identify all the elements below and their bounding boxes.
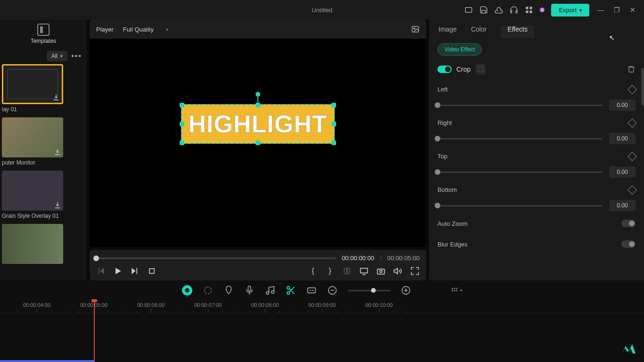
tab-color[interactable]: Color (471, 25, 487, 38)
template-thumb[interactable] (2, 117, 63, 157)
template-caption: lay 01 (2, 104, 85, 115)
quality-select[interactable]: Full Quality (123, 26, 168, 33)
selected-clip-overlay[interactable]: HIGHLIGHT (181, 104, 335, 144)
clip-text: HIGHLIGHT (189, 110, 328, 138)
image-icon[interactable] (411, 25, 420, 33)
record-button[interactable] (182, 285, 192, 296)
resize-handle-br[interactable] (331, 140, 336, 145)
delete-effect-button[interactable] (627, 65, 636, 74)
template-item[interactable] (2, 224, 85, 264)
download-icon[interactable] (52, 93, 60, 101)
slider-left[interactable] (438, 105, 603, 106)
keyframe-button[interactable] (627, 118, 637, 128)
zoom-out-button[interactable] (327, 285, 338, 296)
prev-frame-button[interactable] (96, 266, 106, 276)
save-icon[interactable] (479, 6, 488, 14)
player-viewport[interactable]: HIGHLIGHT (90, 39, 426, 247)
value-right[interactable]: 0.00 (609, 133, 636, 144)
adjust-button[interactable] (203, 285, 213, 296)
ruler-mark: 00:00:10:00 (365, 302, 393, 308)
play-button[interactable] (113, 266, 123, 276)
time-current: 00:00:00:00 (342, 255, 374, 262)
stop-button[interactable] (147, 266, 157, 276)
timeline-scrollbar[interactable] (0, 360, 94, 362)
layout-icon[interactable] (464, 6, 473, 14)
template-thumb[interactable] (2, 64, 63, 104)
cloud-icon[interactable] (495, 6, 503, 14)
close-button[interactable]: ✕ (628, 5, 637, 15)
zoom-in-button[interactable] (401, 285, 411, 296)
resize-handle-mb[interactable] (256, 140, 260, 145)
slider-thumb[interactable] (435, 102, 440, 108)
svg-rect-31 (456, 288, 457, 289)
apps-icon[interactable] (525, 6, 533, 14)
template-thumb[interactable] (2, 171, 63, 211)
crop-preset-button[interactable]: ⛶ (475, 64, 486, 74)
template-item[interactable]: lay 01 (2, 64, 85, 115)
value-top[interactable]: 0.00 (609, 166, 636, 178)
export-button[interactable]: Export (551, 4, 589, 16)
templates-header[interactable]: Templates (0, 20, 87, 48)
resize-handle-mt[interactable] (256, 103, 260, 107)
headphones-icon[interactable] (510, 6, 518, 14)
audio-button[interactable] (265, 285, 275, 296)
template-more-button[interactable]: ••• (71, 52, 82, 60)
resize-handle-tl[interactable] (180, 103, 184, 107)
timeline-view-button[interactable] (451, 287, 462, 294)
template-item[interactable]: puter Monitor (2, 117, 85, 168)
voiceover-button[interactable] (244, 285, 255, 296)
resize-handle-tr[interactable] (331, 103, 336, 107)
crop-label: Crop (456, 66, 471, 73)
seek-thumb[interactable] (93, 255, 99, 261)
seek-slider[interactable] (96, 257, 336, 259)
snapshot-button[interactable] (376, 266, 386, 276)
timeline[interactable]: 00:00:04:00 00:00:05:00 00:00:06:00 00:0… (0, 300, 644, 362)
scrollbar-thumb[interactable] (641, 68, 644, 106)
download-icon[interactable] (54, 148, 61, 156)
resize-handle-ml[interactable] (180, 122, 184, 126)
cut-button[interactable] (286, 285, 296, 296)
crop-toggle[interactable] (438, 66, 452, 73)
keyframe-button[interactable] (627, 185, 637, 195)
auto-zoom-toggle[interactable] (621, 220, 636, 227)
keyframe-button[interactable] (627, 85, 637, 94)
caption-button[interactable] (306, 285, 317, 296)
mark-in-button[interactable]: { (308, 266, 318, 276)
marker-button[interactable] (223, 285, 234, 296)
zoom-slider[interactable] (348, 290, 390, 291)
resize-handle-bl[interactable] (180, 140, 184, 145)
value-bottom[interactable]: 0.00 (609, 200, 636, 211)
resize-handle-mr[interactable] (331, 122, 336, 126)
rotate-handle[interactable] (256, 92, 260, 97)
svg-point-13 (380, 270, 382, 272)
slider-thumb[interactable] (435, 169, 440, 175)
slider-thumb[interactable] (435, 203, 440, 208)
slider-bottom[interactable] (438, 205, 603, 206)
volume-button[interactable] (393, 266, 403, 276)
slider-right[interactable] (438, 138, 603, 140)
timeline-ruler[interactable]: 00:00:04:00 00:00:05:00 00:00:06:00 00:0… (0, 300, 644, 313)
fullscreen-button[interactable] (410, 266, 420, 276)
keyframe-button[interactable] (627, 152, 637, 161)
play-forward-button[interactable] (130, 266, 140, 276)
playhead[interactable] (94, 300, 95, 362)
zoom-thumb[interactable] (371, 288, 376, 293)
download-icon[interactable] (54, 201, 61, 209)
minimize-button[interactable]: — (596, 5, 605, 15)
maximize-button[interactable]: ❐ (612, 5, 621, 15)
tab-image[interactable]: Image (438, 25, 457, 38)
template-filter-all[interactable]: All (47, 51, 67, 61)
blur-edges-toggle[interactable] (621, 240, 636, 248)
slider-top[interactable] (438, 172, 603, 173)
slider-thumb[interactable] (435, 136, 440, 141)
template-item[interactable]: Grain Style Overlay 01 (2, 171, 85, 221)
mark-out-button[interactable]: } (325, 266, 335, 276)
template-thumb[interactable] (2, 224, 63, 264)
trim-button[interactable] (342, 266, 352, 276)
video-effect-pill[interactable]: Video Effect (438, 43, 482, 56)
value-left[interactable]: 0.00 (609, 99, 636, 111)
profile-avatar[interactable] (540, 8, 545, 12)
tab-effects[interactable]: Effects (501, 25, 534, 38)
display-button[interactable] (359, 266, 369, 276)
player-panel: Player Full Quality HIGHLIGHT (87, 20, 429, 280)
